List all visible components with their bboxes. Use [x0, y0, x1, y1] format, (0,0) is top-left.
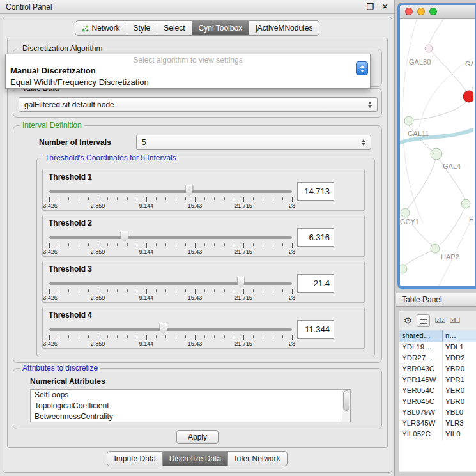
- zoom-traffic-light[interactable]: [429, 8, 437, 15]
- network-edge[interactable]: [412, 102, 466, 120]
- threshold-slider[interactable]: [49, 186, 292, 196]
- table-row[interactable]: YLR345WYLR3: [399, 418, 476, 429]
- network-node[interactable]: [463, 91, 473, 102]
- table-row[interactable]: YBR045CYBR0: [399, 397, 476, 408]
- slider-thumb[interactable]: [237, 277, 245, 288]
- network-edge[interactable]: [431, 51, 466, 92]
- select-some-icon[interactable]: ☑☐: [449, 318, 459, 324]
- network-edge[interactable]: [429, 19, 446, 45]
- slider-tick: [273, 289, 273, 292]
- tab-impute-data[interactable]: Impute Data: [107, 451, 162, 466]
- float-window-icon[interactable]: ❐: [366, 2, 374, 12]
- apply-button[interactable]: Apply: [176, 430, 219, 444]
- table-cell[interactable]: YBR045C: [399, 397, 443, 408]
- network-node[interactable]: [400, 265, 407, 273]
- tab-jactivemnodules[interactable]: jActiveMNodules: [249, 20, 319, 36]
- slider-tick: [195, 243, 196, 248]
- threshold-value-field[interactable]: 6.316: [297, 228, 334, 247]
- slider-thumb[interactable]: [120, 231, 128, 242]
- slider-thumb[interactable]: [185, 185, 194, 196]
- network-edge[interactable]: [438, 210, 473, 286]
- close-icon[interactable]: ✕: [381, 2, 388, 12]
- gear-icon[interactable]: ⚙: [404, 316, 412, 325]
- network-canvas-svg[interactable]: GAL80GAGAL11GAL4GCY1HAP2H: [400, 19, 473, 286]
- table-cell[interactable]: YLR345W: [399, 418, 443, 429]
- table-row[interactable]: YBR043CYBR0: [399, 364, 476, 375]
- network-node[interactable]: [461, 199, 470, 208]
- network-window-titlebar[interactable]: [400, 5, 475, 19]
- table-data-combobox[interactable]: galFiltered.sif default node: [19, 97, 378, 112]
- threshold-slider[interactable]: [49, 278, 292, 288]
- list-item[interactable]: SelfLoops: [31, 390, 350, 401]
- minimize-traffic-light[interactable]: [417, 8, 425, 15]
- network-node[interactable]: [404, 116, 413, 125]
- list-item[interactable]: BetweennessCentrality: [31, 411, 350, 422]
- slider-track[interactable]: [49, 190, 292, 193]
- table-panel-header[interactable]: Table Panel: [396, 293, 476, 307]
- list-scrollbar[interactable]: [342, 390, 350, 422]
- table-cell[interactable]: YPR145W: [399, 375, 443, 386]
- dropdown-item-equal-width[interactable]: Equal Width/Frequency Discretization: [6, 77, 370, 88]
- table-row[interactable]: YDL19…YDL1: [399, 342, 476, 353]
- slider-track[interactable]: [49, 236, 292, 239]
- slider-track[interactable]: [49, 328, 292, 331]
- slider-tick: [107, 243, 108, 246]
- tab-network[interactable]: Network: [75, 20, 127, 36]
- slider-track[interactable]: [49, 282, 292, 285]
- slider-tick: [59, 197, 59, 200]
- dropdown-item-manual-discretization[interactable]: Manual Discretization: [6, 65, 370, 77]
- table-row[interactable]: YIL052CYIL0: [399, 429, 476, 440]
- column-header-name[interactable]: n…: [443, 330, 476, 342]
- threshold-slider[interactable]: [49, 324, 292, 334]
- network-edge[interactable]: [405, 250, 433, 265]
- algorithm-combo-arrows-button[interactable]: [356, 61, 368, 75]
- slider-thumb[interactable]: [159, 323, 167, 334]
- table-cell[interactable]: YDL19…: [399, 342, 443, 353]
- tab-cyni-toolbox[interactable]: Cyni Toolbox: [192, 20, 249, 36]
- table-cell[interactable]: YBR0: [443, 397, 476, 408]
- table-cell[interactable]: YBL0: [443, 408, 476, 418]
- threshold-value-field[interactable]: 21.4: [297, 274, 334, 293]
- table-row[interactable]: YDR27…YDR2: [399, 353, 476, 364]
- threshold-value-field[interactable]: 11.344: [297, 320, 334, 339]
- table-body[interactable]: YDL19…YDL1YDR27…YDR2YBR043CYBR0YPR145WYP…: [399, 342, 476, 471]
- table-cell[interactable]: YLR3: [443, 418, 476, 429]
- tab-style[interactable]: Style: [127, 20, 158, 36]
- network-node[interactable]: [431, 148, 442, 160]
- tab-infer-network[interactable]: Infer Network: [228, 451, 287, 466]
- table-cell[interactable]: YIL052C: [399, 429, 443, 440]
- table-cell[interactable]: YDL1: [443, 342, 476, 353]
- table-cell[interactable]: YER0: [443, 386, 476, 397]
- table-cell[interactable]: YDR2: [443, 353, 476, 364]
- table-cell[interactable]: YIL0: [443, 429, 476, 440]
- table-cell[interactable]: YBL079W: [399, 408, 443, 418]
- table-cell[interactable]: YPR1: [443, 375, 476, 386]
- network-edge[interactable]: [407, 159, 436, 210]
- list-item[interactable]: TopologicalCoefficient: [31, 401, 350, 411]
- threshold-slider[interactable]: [49, 232, 292, 242]
- select-all-icon[interactable]: ☑☑: [434, 318, 445, 324]
- columns-icon[interactable]: [417, 314, 430, 327]
- tab-select[interactable]: Select: [157, 20, 192, 36]
- tab-discretize-data[interactable]: Discretize Data: [163, 451, 228, 466]
- table-row[interactable]: YPR145WYPR1: [399, 375, 476, 386]
- scrollbar-thumb[interactable]: [343, 390, 349, 411]
- table-cell[interactable]: YDR27…: [399, 353, 443, 364]
- number-of-intervals-combobox[interactable]: 5: [136, 135, 371, 150]
- control-panel-titlebar[interactable]: Control Panel ❐ ✕: [0, 0, 394, 14]
- close-traffic-light[interactable]: [405, 8, 413, 15]
- table-cell[interactable]: YBR0: [443, 364, 476, 375]
- table-cell[interactable]: YER054C: [399, 386, 443, 397]
- node-label: GCY1: [400, 218, 419, 226]
- network-node[interactable]: [401, 208, 410, 217]
- network-edge[interactable]: [440, 208, 464, 245]
- numerical-attributes-list[interactable]: SelfLoopsTopologicalCoefficientBetweenne…: [30, 389, 351, 422]
- scale-label: 2.859: [91, 341, 105, 347]
- table-cell[interactable]: YBR043C: [399, 364, 443, 375]
- column-header-shared-name[interactable]: shared…: [399, 330, 443, 342]
- threshold-value-field[interactable]: 14.713: [297, 182, 334, 201]
- table-row[interactable]: YBL079WYBL0: [399, 408, 476, 418]
- network-node[interactable]: [425, 45, 433, 52]
- table-row[interactable]: YER054CYER0: [399, 386, 476, 397]
- network-node[interactable]: [431, 244, 440, 253]
